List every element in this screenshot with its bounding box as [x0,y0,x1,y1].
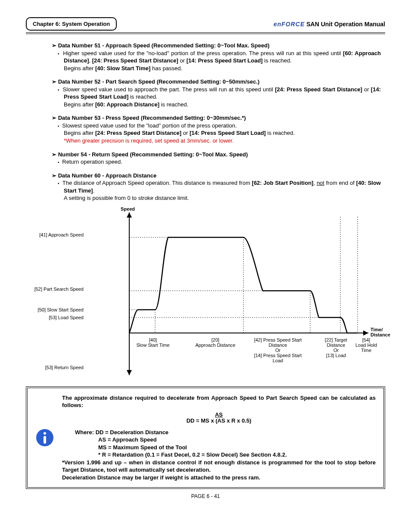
warning-text: *When greater precision is required, set… [64,137,234,144]
manual-title: enFORCE SAN Unit Operation Manual [274,21,385,28]
caution-icon [35,394,54,482]
y-label-return: [53] Return Speed [15,365,84,370]
item-heading: Number 54 - Return Speed (Recommended Se… [52,151,248,158]
svg-rect-14 [44,436,46,444]
page-header: Chapter 6: System Operation enFORCE SAN … [26,17,385,31]
formula: AS DD = MS x (AS x R x 0.5) [62,412,376,424]
svg-point-13 [44,432,46,435]
y-label-slowstart: [50] Slow Start Speed [15,307,84,312]
item-heading: Data Number 53 - Press Speed (Recommende… [52,115,246,121]
page-footer: PAGE 6 - 41 [26,493,385,499]
item-heading: Data Number 60 - Approach Distance [52,172,156,179]
caution-text: The approximate distance required to dec… [62,394,376,482]
item-heading: Data Number 51 - Approach Speed (Recomme… [52,42,269,49]
item-52: Data Number 52 - Part Search Speed (Reco… [52,78,381,108]
header-rule [26,32,385,34]
y-label-partsearch: [52] Part Search Speed [15,286,84,292]
item-51: Data Number 51 - Approach Speed (Recomme… [52,42,381,72]
item-60: Data Number 60 - Approach Distance The d… [52,172,381,202]
y-label-loadspeed: [53] Load Speed [15,315,84,320]
speed-profile-chart: Speed Time/Distance [41] Approach Speed … [26,208,385,380]
y-label-approach: [41] Approach Speed [15,232,84,237]
brand-logo: enFORCE [274,21,305,28]
chart-svg [129,208,379,380]
chapter-tab: Chapter 6: System Operation [26,17,117,31]
caution-box: The approximate distance required to dec… [26,386,385,489]
item-54: Number 54 - Return Speed (Recommended Se… [52,151,381,166]
item-53: Data Number 53 - Press Speed (Recommende… [52,114,381,144]
where-block: Where: DD = Deceleration Distance AS = A… [75,429,376,459]
body-content: Data Number 51 - Approach Speed (Recomme… [52,42,381,202]
item-heading: Data Number 52 - Part Search Speed (Reco… [52,78,259,85]
